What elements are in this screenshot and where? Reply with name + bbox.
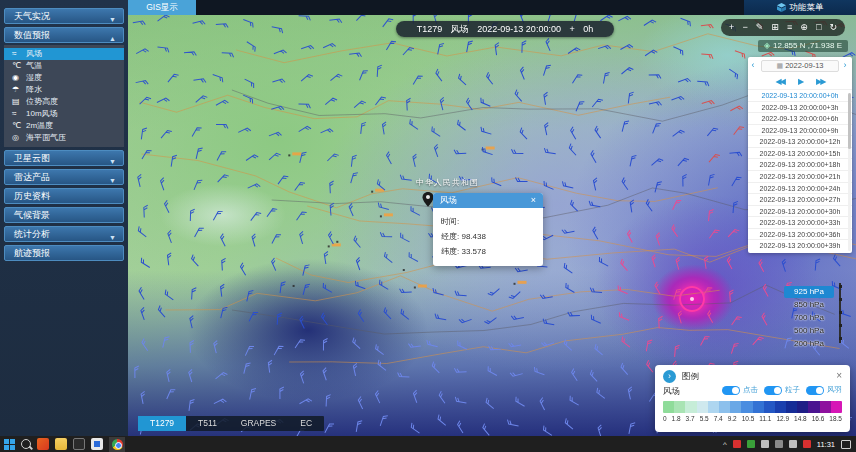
clock[interactable]: 11:31 — [817, 440, 835, 449]
layers-icon[interactable]: ≡ — [787, 19, 792, 36]
sidebar-section-1[interactable]: 数值预报▲ — [4, 27, 124, 43]
tray-icon-red[interactable] — [733, 440, 741, 448]
sidebar-item-3[interactable]: ☂降水 — [4, 84, 124, 96]
coordinates-value: 12.855 N ,71.938 E — [773, 41, 842, 50]
zoom-in-icon[interactable]: + — [729, 19, 734, 36]
search-icon[interactable] — [21, 439, 31, 449]
scrollbar-thumb[interactable] — [848, 93, 851, 149]
sidebar-item-6[interactable]: ℃2m温度 — [4, 120, 124, 132]
time-step-item[interactable]: 2022-09-13 20:00:00+3h — [748, 101, 852, 113]
sidebar-item-0[interactable]: ≈风场 — [4, 48, 124, 60]
pressure-level-dot — [839, 285, 842, 288]
model-tab-ec[interactable]: EC — [288, 416, 324, 431]
pressure-level-925-hPa[interactable]: 925 hPa — [784, 280, 848, 293]
step-back-icon[interactable]: ◀◀ — [776, 77, 784, 86]
tray-icon-3[interactable] — [789, 440, 797, 448]
time-step-item[interactable]: 2022-09-13 20:00:00+0h — [748, 89, 852, 101]
popup-close-icon[interactable]: × — [531, 193, 536, 208]
typhoon-marker[interactable] — [679, 286, 705, 312]
time-step-item[interactable]: 2022-09-13 20:00:00+6h — [748, 112, 852, 124]
pressure-level-500-hPa[interactable]: 500 hPa — [784, 319, 848, 332]
globe-icon[interactable]: ⊕ — [800, 19, 808, 36]
model-tab-t1279[interactable]: T1279 — [138, 416, 186, 431]
measure-icon[interactable]: ✎ — [756, 19, 764, 36]
select-area-icon[interactable]: □ — [816, 19, 821, 36]
time-step-item[interactable]: 2022-09-13 20:00:00+36h — [748, 228, 852, 240]
step-forward-icon[interactable]: ▶▶ — [816, 77, 824, 86]
colorbar-segment — [786, 401, 797, 413]
legend-close-icon[interactable]: × — [836, 370, 842, 381]
zoom-out-icon[interactable]: − — [742, 19, 747, 36]
legend-toggle-group-2: 风羽 — [806, 385, 842, 395]
time-step-item[interactable]: 2022-09-13 20:00:00+21h — [748, 170, 852, 182]
next-date-icon[interactable]: › — [840, 60, 850, 70]
tick-label: 1.8 — [672, 415, 681, 422]
time-step-item[interactable]: 2022-09-13 20:00:00+39h — [748, 239, 852, 251]
reset-icon[interactable]: ↻ — [829, 19, 837, 36]
pressure-level-200-hPa[interactable]: 200 hPa — [784, 332, 848, 345]
sidebar-section-lower-4[interactable]: 统计分析▼ — [4, 226, 124, 242]
taskbar-app-photos[interactable] — [91, 438, 103, 450]
time-step-item[interactable]: 2022-09-13 20:00:00+9h — [748, 124, 852, 136]
tab-gis-display[interactable]: GIS显示 — [128, 0, 196, 15]
forecast-submenu: ≈风场℃气温◉湿度☂降水▤位势高度≈10m风场℃2m温度◎海平面气压 — [4, 45, 124, 147]
sidebar-item-1[interactable]: ℃气温 — [4, 60, 124, 72]
start-button[interactable] — [4, 439, 15, 450]
time-step-item[interactable]: 2022-09-13 20:00:00+30h — [748, 205, 852, 217]
taskbar-app-browser[interactable] — [37, 438, 49, 450]
pressure-level-850-hPa[interactable]: 850 hPa — [784, 293, 848, 306]
colorbar-segment — [708, 401, 719, 413]
legend-title: 图例 — [682, 371, 699, 383]
map-info-popup: 风场 × 时间: 经度: 98.438 纬度: 33.578 — [433, 193, 543, 266]
play-icon[interactable]: ▶ — [798, 77, 802, 86]
time-step-item[interactable]: 2022-09-13 20:00:00+18h — [748, 158, 852, 170]
taskbar-app-file-explorer[interactable] — [55, 438, 67, 450]
taskbar-app-console[interactable] — [73, 438, 85, 450]
sidebar-section-lower-0[interactable]: 卫星云图▼ — [4, 150, 124, 166]
legend-expand-icon[interactable]: › — [663, 370, 676, 383]
time-step-item[interactable]: 2022-09-13 20:00:00+15h — [748, 147, 852, 159]
sidebar-section-0[interactable]: 天气实况▼ — [4, 8, 124, 24]
model-tab-grapes[interactable]: GRAPES — [229, 416, 288, 431]
function-menu-button[interactable]: 功能菜单 — [744, 0, 856, 15]
popup-lat-label: 纬度: — [441, 247, 459, 256]
tray-icon-1[interactable] — [761, 440, 769, 448]
sidebar-section-lower-3[interactable]: 气候背景 — [4, 207, 124, 223]
sidebar-section-lower-2[interactable]: 历史资料 — [4, 188, 124, 204]
sidebar-item-5[interactable]: ≈10m风场 — [4, 108, 124, 120]
time-step-item[interactable]: 2022-09-13 20:00:00+12h — [748, 135, 852, 147]
time-list-scrollbar[interactable] — [848, 93, 851, 251]
pressure-level-dot — [839, 324, 842, 327]
export-icon[interactable]: ⊞ — [771, 19, 779, 36]
tray-icon-green[interactable] — [747, 440, 755, 448]
model-tab-t511[interactable]: T511 — [186, 416, 229, 431]
sidebar-section-lower-1[interactable]: 雷达产品▼ — [4, 169, 124, 185]
tray-icon-alert[interactable] — [803, 440, 811, 448]
sidebar-section-lower-5[interactable]: 航迹预报 — [4, 245, 124, 261]
colorbar-segment — [685, 401, 696, 413]
wind-icon: ≈ — [12, 48, 22, 60]
sidebar-item-7[interactable]: ◎海平面气压 — [4, 132, 124, 144]
time-step-item[interactable]: 2022-09-13 20:00:00+24h — [748, 182, 852, 194]
date-picker[interactable]: ▦2022-09-13 — [761, 60, 839, 72]
toggle-switch[interactable] — [722, 386, 740, 395]
sidebar-item-4[interactable]: ▤位势高度 — [4, 96, 124, 108]
toggle-switch[interactable] — [806, 386, 824, 395]
action-center-icon[interactable] — [841, 440, 851, 449]
time-step-list: 2022-09-13 20:00:00+0h2022-09-13 20:00:0… — [748, 89, 852, 251]
popup-title: 风场 — [440, 195, 457, 205]
legend-layer-row: 风场 点击粒子风羽 — [663, 385, 842, 399]
tray-expand-icon[interactable]: ^ — [723, 440, 727, 449]
sidebar-item-2[interactable]: ◉湿度 — [4, 72, 124, 84]
gis-map[interactable]: 中华人民共和国 GIS显示 功能菜单 T1279 风场 2022-09-13 2… — [128, 0, 856, 436]
current-time-display[interactable]: T1279 风场 2022-09-13 20:00:00 + 0h — [396, 21, 614, 37]
time-step-item[interactable]: 2022-09-13 20:00:00+33h — [748, 216, 852, 228]
time-step-item[interactable]: 2022-09-13 20:00:00+27h — [748, 193, 852, 205]
taskbar-app-chrome[interactable] — [109, 437, 125, 452]
pressure-level-700-hPa[interactable]: 700 hPa — [784, 306, 848, 319]
prev-date-icon[interactable]: ‹ — [748, 60, 758, 70]
toggle-switch[interactable] — [764, 386, 782, 395]
tray-icon-2[interactable] — [775, 440, 783, 448]
offset-value: 0h — [583, 24, 593, 34]
pressure-level-selector: 925 hPa850 hPa700 hPa500 hPa200 hPa — [784, 280, 848, 345]
